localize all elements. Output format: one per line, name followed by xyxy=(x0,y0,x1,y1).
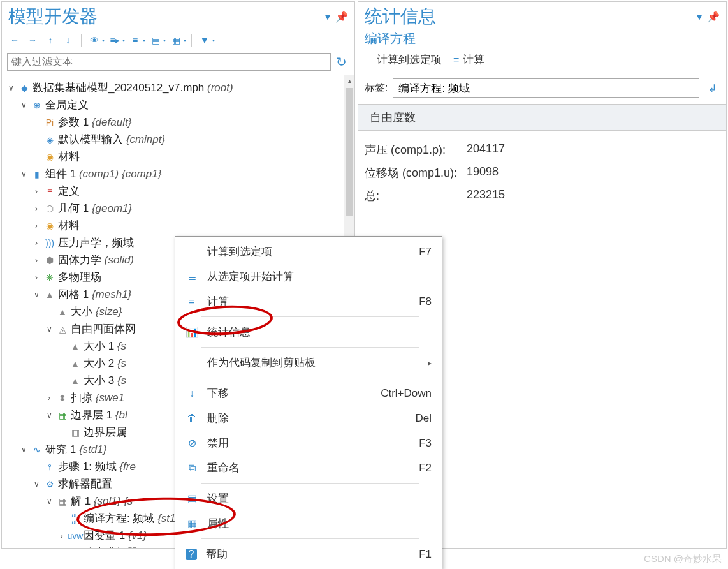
tree-label[interactable]: 自由四面体网 xyxy=(71,321,136,336)
tree-label[interactable]: 大小 3 {s xyxy=(84,373,126,388)
show-button[interactable]: 👁 xyxy=(87,33,102,48)
tree-label[interactable]: 求解器配置 xyxy=(58,477,112,491)
pin-icon[interactable]: 📌 xyxy=(335,11,348,23)
mesh-icon: ▲ xyxy=(44,289,55,300)
tree-label[interactable]: 稳态求解器 1 {s1} xyxy=(84,545,168,548)
tree-label[interactable]: 材料 xyxy=(58,218,80,233)
tree-label[interactable]: 大小 1 {s xyxy=(84,339,126,353)
toggle-icon[interactable]: › xyxy=(31,221,41,230)
filter-button[interactable]: ▼ xyxy=(197,33,212,48)
tree-label[interactable]: 边界层 1 {bl xyxy=(71,408,127,422)
scroll-thumb[interactable] xyxy=(346,88,353,216)
menu-compute-to-selection[interactable]: ≣计算到选定项F7 xyxy=(175,239,442,264)
toggle-icon[interactable]: › xyxy=(31,187,41,196)
tree-label[interactable]: 材料 xyxy=(58,149,80,164)
forward-button[interactable]: → xyxy=(25,33,40,48)
tree-label[interactable]: 数据集基础模型_20240512_v7.mph (root) xyxy=(33,80,233,95)
menu-properties[interactable]: ▦属性 xyxy=(175,511,442,536)
toggle-icon[interactable]: › xyxy=(31,204,41,213)
goto-icon[interactable]: ↲ xyxy=(704,80,720,96)
tree-label[interactable]: 固体力学 (solid) xyxy=(58,253,134,267)
list3-button[interactable]: ▤ xyxy=(148,33,163,48)
toggle-icon[interactable]: › xyxy=(31,256,41,265)
down-button[interactable]: ↓ xyxy=(61,33,76,48)
size-icon: ▲ xyxy=(69,375,81,387)
refresh-icon[interactable]: ↻ xyxy=(333,54,349,70)
menu-disable[interactable]: ⊘禁用F3 xyxy=(175,431,442,455)
compute-icon: = xyxy=(186,295,198,308)
tree-label[interactable]: 默认模型输入 {cminpt} xyxy=(58,132,165,147)
step-icon: ⫯ xyxy=(44,461,55,473)
toggle-icon[interactable]: ∨ xyxy=(31,290,41,299)
menu-separator xyxy=(201,378,419,378)
separator xyxy=(81,34,82,47)
tree-label[interactable]: 步骤 1: 频域 {fre xyxy=(58,459,136,474)
solver-icon: ⚙ xyxy=(44,478,55,490)
toggle-icon[interactable]: › xyxy=(31,273,41,282)
toggle-icon[interactable]: ∨ xyxy=(18,101,29,110)
toggle-icon[interactable]: ∨ xyxy=(44,411,54,420)
menu-move-down[interactable]: ↓下移Ctrl+Down xyxy=(175,381,442,406)
menu-settings[interactable]: ▤设置 xyxy=(175,486,442,511)
tet-icon: ◬ xyxy=(57,323,68,335)
tree-label[interactable]: 压力声学，频域 xyxy=(58,235,134,250)
sol-icon: ▦ xyxy=(57,496,68,507)
blank-icon xyxy=(186,357,198,369)
tree-label[interactable]: 研究 1 {std1} xyxy=(45,442,106,457)
tree-label[interactable]: 大小 {size} xyxy=(71,304,122,319)
filter-input[interactable] xyxy=(7,53,331,71)
tree-label[interactable]: 几何 1 {geom1} xyxy=(58,201,132,216)
tree-label[interactable]: 组件 1 (comp1) {comp1} xyxy=(45,166,161,181)
list4-button[interactable]: ▦ xyxy=(168,33,184,48)
dof-value: 204117 xyxy=(467,142,505,158)
search-row: ↻ xyxy=(2,50,354,73)
stats-icon: 📊 xyxy=(186,326,198,339)
menu-rename[interactable]: ⧉重命名F2 xyxy=(175,455,442,480)
compute-button[interactable]: =计算 xyxy=(453,52,484,67)
dropdown-icon[interactable]: ▾ xyxy=(697,11,702,23)
menu-statistics[interactable]: 📊统计信息 xyxy=(175,320,442,344)
tree-label[interactable]: 扫掠 {swe1 xyxy=(71,390,124,405)
toggle-icon[interactable]: › xyxy=(57,531,67,540)
menu-copy-as-code[interactable]: 作为代码复制到剪贴板▸ xyxy=(175,350,442,375)
tree-label[interactable]: 全局定义 xyxy=(45,98,89,112)
input-icon: ◈ xyxy=(44,134,55,145)
tree-label[interactable]: 多物理场 xyxy=(58,270,101,284)
help-icon: ? xyxy=(186,549,197,560)
tree-label[interactable]: 边界层属 xyxy=(84,425,127,440)
tree-label[interactable]: 大小 2 {s xyxy=(84,356,126,371)
toggle-icon[interactable]: › xyxy=(31,239,41,248)
up-button[interactable]: ↑ xyxy=(43,33,58,48)
label-input[interactable] xyxy=(393,78,699,98)
toggle-icon[interactable]: ∨ xyxy=(18,170,29,179)
menu-separator xyxy=(201,316,419,317)
menu-compute-from-selection[interactable]: ≣从选定项开始计算 xyxy=(175,264,442,289)
toggle-icon[interactable]: ∨ xyxy=(44,325,54,334)
toggle-icon[interactable]: ∨ xyxy=(18,445,29,454)
toggle-icon[interactable]: ∨ xyxy=(31,480,41,489)
tree-label[interactable]: 网格 1 {mesh1} xyxy=(58,287,131,302)
menu-delete[interactable]: 🗑删除Del xyxy=(175,406,442,431)
menu-compute[interactable]: =计算F8 xyxy=(175,289,442,314)
toggle-icon[interactable]: › xyxy=(44,394,54,403)
toggle-icon[interactable]: ∨ xyxy=(6,84,16,92)
scroll-up-icon[interactable]: ▴ xyxy=(344,75,354,87)
label-row: 标签: ↲ xyxy=(358,72,726,104)
list2-button[interactable]: ≡ xyxy=(127,33,143,48)
tree-label[interactable]: 参数 1 {default} xyxy=(58,115,131,129)
dep-icon: uvw xyxy=(69,530,81,542)
dropdown-icon[interactable]: ▾ xyxy=(325,11,330,23)
tree-label[interactable]: 定义 xyxy=(58,184,80,198)
context-menu: ≣计算到选定项F7 ≣从选定项开始计算 =计算F8 📊统计信息 作为代码复制到剪… xyxy=(175,236,442,569)
pin-icon[interactable]: 📌 xyxy=(707,11,720,23)
back-button[interactable]: ← xyxy=(7,33,22,48)
sweep-icon: ⬍ xyxy=(57,392,68,404)
list-button[interactable]: ≡▸ xyxy=(107,33,122,48)
tree-label[interactable]: 因变量 1 {v1} xyxy=(84,528,147,543)
compute-to-selection-button[interactable]: ≣计算到选定项 xyxy=(365,52,442,67)
toggle-icon[interactable]: ∨ xyxy=(44,497,54,506)
menu-help[interactable]: ?帮助F1 xyxy=(175,542,442,566)
tree-label[interactable]: 解 1 {sol1} {s xyxy=(71,494,133,508)
rename-icon: ⧉ xyxy=(186,462,198,475)
tree-label[interactable]: 编译方程: 频域 {st1} xyxy=(84,511,179,526)
